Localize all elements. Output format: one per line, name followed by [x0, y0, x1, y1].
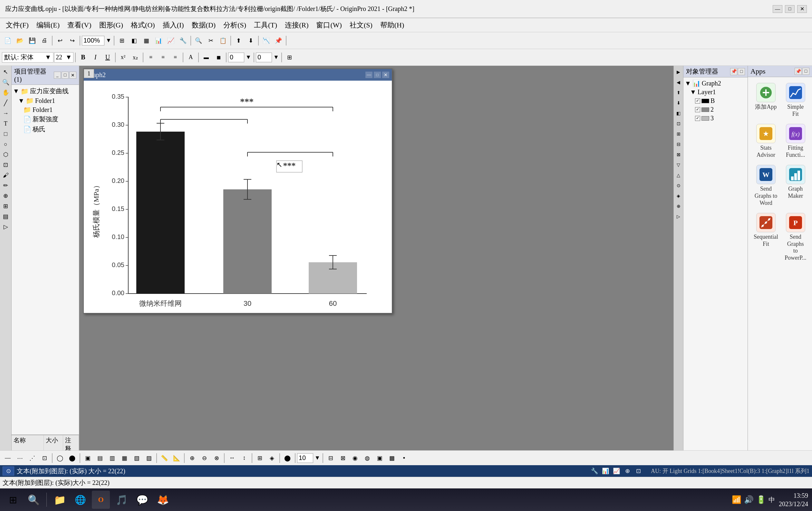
- ri-icon11[interactable]: △: [674, 170, 684, 180]
- network-icon[interactable]: 📶: [732, 495, 742, 504]
- numeric-input1[interactable]: [228, 53, 244, 62]
- italic-button[interactable]: I: [90, 52, 101, 63]
- new-button[interactable]: 📄: [2, 35, 13, 47]
- obj-item-3[interactable]: ✓ 3: [685, 114, 746, 123]
- align-left[interactable]: ≡: [145, 52, 156, 63]
- btb-icon22[interactable]: ⬤: [282, 452, 293, 464]
- ri-icon8[interactable]: ⊟: [674, 139, 684, 149]
- ri-icon9[interactable]: ⊠: [674, 150, 684, 159]
- btb-icon20[interactable]: ⊞: [254, 452, 265, 464]
- btb-icon8[interactable]: ▤: [94, 452, 106, 464]
- ri-icon1[interactable]: ▶: [674, 67, 684, 77]
- app-item-simplefit[interactable]: Simple Fit: [783, 81, 808, 119]
- tree-item-folder1-sub[interactable]: 📁 Folder1: [13, 105, 78, 114]
- btb-icon2[interactable]: ⋯: [14, 452, 26, 464]
- polygon-icon[interactable]: ⬡: [1, 150, 11, 159]
- obj-check-2[interactable]: ✓: [695, 107, 700, 112]
- obj-graph2[interactable]: ▼ 📊 Graph2: [685, 79, 746, 88]
- tb-icon10[interactable]: ⬆: [233, 35, 244, 47]
- menu-help[interactable]: 帮助(H): [377, 19, 408, 31]
- draw-line-icon[interactable]: ╱: [1, 98, 11, 108]
- bold-button[interactable]: B: [77, 52, 89, 63]
- app-item-statsadvisor[interactable]: ★ Stats Advisor: [752, 122, 780, 160]
- btb-icon24[interactable]: ⊠: [337, 452, 349, 464]
- obj-check-3[interactable]: ✓: [695, 116, 700, 121]
- ri-icon6[interactable]: ⊡: [674, 119, 684, 128]
- pm-minimize[interactable]: _: [54, 72, 61, 79]
- apps-float[interactable]: □: [802, 68, 809, 75]
- zoom-dropdown[interactable]: ▼: [105, 35, 112, 47]
- menu-format[interactable]: 格式(O): [127, 19, 158, 31]
- btb-icon7[interactable]: ▣: [82, 452, 93, 464]
- menu-window[interactable]: 窗口(W): [313, 19, 345, 31]
- app-item-fittingfunc[interactable]: f(x) Fitting Functi...: [783, 122, 808, 160]
- graph-close[interactable]: ✕: [382, 72, 389, 78]
- taskbar-edge[interactable]: 🌐: [71, 491, 89, 509]
- ri-icon13[interactable]: ◈: [674, 191, 684, 201]
- line-color-button[interactable]: ▬: [200, 52, 212, 63]
- btb-icon25[interactable]: ◉: [349, 452, 361, 464]
- select-icon[interactable]: ↖: [1, 67, 11, 77]
- numeric-input2[interactable]: [256, 53, 272, 62]
- om-float[interactable]: □: [738, 68, 745, 75]
- app-item-graphmaker[interactable]: Graph Maker: [783, 163, 808, 208]
- expand-icon[interactable]: ▷: [1, 222, 11, 232]
- numeric-dropdown2[interactable]: ▼: [272, 52, 280, 63]
- save-button[interactable]: 💾: [26, 35, 38, 47]
- tb-icon13[interactable]: 📌: [272, 35, 284, 47]
- bottom-fontsize-dropdown[interactable]: ▼: [314, 452, 321, 464]
- obj-check-B[interactable]: ✓: [695, 99, 700, 104]
- tb-icon5[interactable]: 📈: [165, 35, 177, 47]
- undo-button[interactable]: ↩: [54, 35, 66, 47]
- print-button[interactable]: 🖨: [39, 35, 50, 47]
- search-button[interactable]: 🔍: [25, 491, 42, 509]
- ri-icon5[interactable]: ◧: [674, 108, 684, 118]
- app-item-seqfit[interactable]: Sequential Fit: [752, 211, 780, 263]
- stroke-button[interactable]: ⊞: [284, 52, 295, 63]
- draw-ellipse-icon[interactable]: ○: [1, 139, 11, 149]
- menu-tools[interactable]: 工具(T): [251, 19, 280, 31]
- apps-pin[interactable]: 📌: [794, 68, 802, 75]
- tree-item-yang[interactable]: 📄 杨氏: [13, 124, 78, 134]
- align-center[interactable]: ≡: [157, 52, 169, 63]
- volume-icon[interactable]: 🔊: [744, 495, 754, 504]
- btb-icon13[interactable]: 📏: [158, 452, 170, 464]
- taskbar-browser2[interactable]: 🦊: [154, 491, 172, 509]
- menu-data[interactable]: 数据(D): [188, 19, 219, 31]
- text-tool-icon[interactable]: T: [1, 119, 11, 128]
- menu-view[interactable]: 查看(V): [64, 19, 95, 31]
- pencil-icon[interactable]: ✏: [1, 181, 11, 190]
- btb-icon9[interactable]: ▥: [106, 452, 118, 464]
- taskbar-chat[interactable]: 💬: [133, 491, 151, 509]
- btb-icon29[interactable]: ▪: [398, 452, 410, 464]
- ri-icon2[interactable]: ◀: [674, 77, 684, 87]
- tree-item-folder1[interactable]: ▼ 📁 Folder1: [13, 96, 78, 105]
- pan-icon[interactable]: ✋: [1, 88, 11, 98]
- btb-icon10[interactable]: ▦: [119, 452, 130, 464]
- obj-layer1[interactable]: ▼ Layer1: [685, 88, 746, 97]
- tb-icon4[interactable]: 📊: [153, 35, 164, 47]
- ri-icon10[interactable]: ▽: [674, 160, 684, 170]
- menu-analysis[interactable]: 分析(S): [220, 19, 250, 31]
- tb-icon2[interactable]: ◧: [128, 35, 140, 47]
- ri-icon4[interactable]: ⬇: [674, 98, 684, 108]
- btb-icon18[interactable]: ↔: [226, 452, 238, 464]
- ri-icon15[interactable]: ▷: [674, 212, 684, 221]
- menu-edit[interactable]: 编辑(E): [33, 19, 63, 31]
- zoom-icon[interactable]: 🔍: [1, 77, 11, 87]
- graph-minimize[interactable]: —: [366, 72, 373, 78]
- font-size-dropdown[interactable]: 22 ▼: [54, 52, 74, 62]
- underline-button[interactable]: U: [102, 52, 113, 63]
- tb-icon9[interactable]: 📋: [217, 35, 229, 47]
- app-item-add[interactable]: 添加App: [752, 81, 780, 119]
- taskbar-explorer[interactable]: 📁: [51, 491, 69, 509]
- tb-icon3[interactable]: ▦: [141, 35, 152, 47]
- table-icon[interactable]: ▤: [1, 212, 11, 221]
- pm-float[interactable]: □: [62, 72, 69, 79]
- menu-connect[interactable]: 连接(R): [282, 19, 312, 31]
- btb-icon19[interactable]: ↕: [238, 452, 250, 464]
- btb-icon28[interactable]: ▩: [386, 452, 398, 464]
- scale-icon[interactable]: ⊞: [1, 201, 11, 211]
- menu-social[interactable]: 社文(S): [346, 19, 376, 31]
- btb-icon3[interactable]: ⋰: [26, 452, 38, 464]
